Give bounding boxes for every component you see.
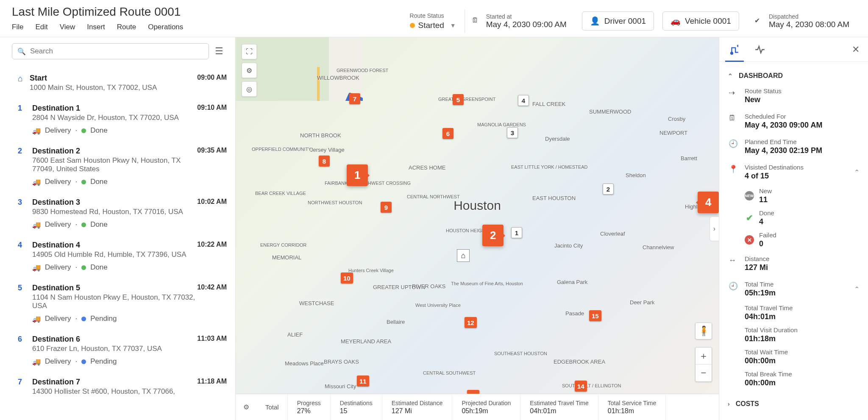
svg-point-13 xyxy=(731,52,733,54)
collapse-icon[interactable]: ⌃ xyxy=(854,168,860,176)
filter-icon[interactable]: ☰ xyxy=(215,46,223,57)
stop-address: 14300 Hollister St #600, Houston, TX 770… xyxy=(32,387,175,396)
status-dot-icon xyxy=(81,317,86,321)
locate-icon[interactable]: ◎ xyxy=(242,81,257,97)
fullscreen-icon[interactable]: ⛶ xyxy=(242,44,257,59)
map-label: Barrett xyxy=(681,155,697,161)
zoom-out-button[interactable]: − xyxy=(696,364,712,381)
expand-right-icon[interactable]: › xyxy=(709,217,719,241)
dashboard-distance: ↔ Distance127 Mi xyxy=(729,251,860,276)
tab-activity-icon[interactable] xyxy=(753,41,767,58)
topbar: Last Mile Optimized Route 0001 File Edit… xyxy=(0,0,868,37)
dashboard-item: ⇢ Route StatusNew xyxy=(729,83,860,108)
stop-status: 🚚 Delivery · Done xyxy=(32,126,227,135)
list-item[interactable]: 5 Destination 5 1104 N Sam Houston Pkwy … xyxy=(12,278,227,329)
route-status-label: Route Status xyxy=(410,12,456,19)
right-panel: ✕ ⌃ DASHBOARD ⇢ Route StatusNew🗓 Schedul… xyxy=(719,37,868,420)
menu-edit[interactable]: Edit xyxy=(35,23,47,31)
stop-time: 09:10 AM xyxy=(197,104,227,111)
pin-icon: 📍 xyxy=(729,164,739,174)
vehicle-button[interactable]: 🚗 Vehicle 0001 xyxy=(662,11,739,31)
stop-marker[interactable]: 8 xyxy=(319,156,330,167)
sub-item: Total Travel Time04h:01m xyxy=(745,302,860,324)
list-item[interactable]: 6 Destination 6 610 Frazer Ln, Houston, … xyxy=(12,329,227,372)
stop-time: 10:02 AM xyxy=(197,198,227,206)
settings-icon[interactable]: ⚙ xyxy=(236,394,257,420)
map-label: EAST HOUSTON xyxy=(532,195,576,201)
distance-icon: ↔ xyxy=(729,255,739,265)
dispatched-block: ✔ Dispatched May 4, 2030 08:00 AM xyxy=(748,9,856,33)
route-status-value: Started ▼ xyxy=(410,21,456,30)
home-icon: ⌂ xyxy=(18,74,23,83)
stop-address: 1104 N Sam Houston Pkwy E, Houston, TX 7… xyxy=(32,293,197,310)
main: 🔍 ☰ ⌂ Start 1000 Main St, Houston, TX 77… xyxy=(0,37,868,420)
driver-button[interactable]: 👤 Driver 0001 xyxy=(582,11,654,31)
stop-number: 3 xyxy=(18,198,25,207)
stop-number: 5 xyxy=(18,284,25,292)
dashboard-header[interactable]: ⌃ DASHBOARD xyxy=(728,69,860,83)
stop-marker[interactable]: 6 xyxy=(442,128,453,139)
stop-marker[interactable]: 10 xyxy=(341,273,353,284)
total-label: Total xyxy=(257,394,288,420)
stop-marker[interactable]: 9 xyxy=(381,202,392,213)
collapse-icon[interactable]: ⌃ xyxy=(854,285,860,293)
map-label: West University Place xyxy=(415,303,461,308)
list-item[interactable]: ⌂ Start 1000 Main St, Houston, TX 77002,… xyxy=(12,68,227,98)
metric-cell: Total Service Time01h:18m xyxy=(598,394,666,420)
route-status-block[interactable]: Route Status Started ▼ xyxy=(410,12,456,30)
map-label: SOUTH BELT / ELLINGTON xyxy=(562,383,621,388)
menu-view[interactable]: View xyxy=(60,23,75,31)
stop-marker[interactable]: 7 xyxy=(349,93,360,104)
stop-status: 🚚 Delivery · Pending xyxy=(32,314,227,323)
costs-header[interactable]: › COSTS xyxy=(728,397,860,411)
map-label: OPPERFIELD COMMUNITY xyxy=(252,147,312,152)
menu-operations[interactable]: Operations xyxy=(148,23,183,31)
stop-status: 🚚 Delivery · Done xyxy=(32,220,227,229)
gear-icon[interactable]: ⚙ xyxy=(242,63,257,78)
dashboard-visited[interactable]: 📍 Visisted Destinations4 of 15 ⌃ xyxy=(729,159,860,185)
menu-file[interactable]: File xyxy=(12,23,23,31)
vehicle-util-header[interactable]: › VEHICLE UTILIZATION xyxy=(728,418,860,420)
home-marker[interactable]: ⌂ xyxy=(457,249,470,262)
map-label: Channelview xyxy=(643,244,674,250)
list-item[interactable]: 2 Destination 2 7600 East Sam Houston Pk… xyxy=(12,141,227,192)
map-panel[interactable]: WILLOWBROOKGREENWOOD FORESTGREATER GREEN… xyxy=(236,37,719,420)
search-wrap[interactable]: 🔍 xyxy=(12,43,209,59)
list-item[interactable]: 7 Destination 7 14300 Hollister St #600,… xyxy=(12,372,227,402)
map-label: Cloverleaf xyxy=(600,231,625,237)
menu-route[interactable]: Route xyxy=(117,23,136,31)
stop-number: 6 xyxy=(18,335,25,344)
stop-marker[interactable]: 2 xyxy=(603,184,614,195)
map-label: GREENWOOD FOREST xyxy=(337,68,388,73)
stop-marker[interactable]: 14 xyxy=(575,381,587,392)
stop-marker[interactable]: 12 xyxy=(465,317,477,328)
chevron-up-icon: ⌃ xyxy=(728,72,733,79)
search-input[interactable] xyxy=(30,47,203,56)
stop-marker[interactable]: 1 xyxy=(511,227,522,238)
close-icon[interactable]: ✕ xyxy=(852,44,860,55)
pegman-icon[interactable]: 🧍 xyxy=(695,323,712,339)
stop-marker[interactable]: 15 xyxy=(589,310,601,321)
list-item[interactable]: 4 Destination 4 14905 Old Humble Rd, Hum… xyxy=(12,235,227,278)
tab-route-icon[interactable] xyxy=(728,41,741,58)
map-label: RIVER OAKS xyxy=(412,283,445,289)
right-panel-body[interactable]: ⌃ DASHBOARD ⇢ Route StatusNew🗓 Scheduled… xyxy=(719,62,868,420)
calendar-icon: 🗓 xyxy=(472,17,481,26)
chevron-right-icon: › xyxy=(728,401,730,407)
stop-list[interactable]: ⌂ Start 1000 Main St, Houston, TX 77002,… xyxy=(0,65,235,420)
x-icon: ✕ xyxy=(745,235,754,245)
stop-marker[interactable]: 4 xyxy=(518,95,529,106)
list-item[interactable]: 3 Destination 3 9830 Homestead Rd, Houst… xyxy=(12,192,227,235)
clock-icon: 🕘 xyxy=(729,281,739,291)
vehicle-util-section: › VEHICLE UTILIZATION xyxy=(728,418,860,420)
metric-cell: Estimated Distance127 Mi xyxy=(382,394,453,420)
callout-marker: 4 xyxy=(698,192,719,213)
dashboard-time[interactable]: 🕘 Total Time05h:19m ⌃ xyxy=(729,276,860,302)
zoom-in-button[interactable]: ＋ xyxy=(696,348,712,364)
list-item[interactable]: 1 Destination 1 2804 N Wayside Dr, Houst… xyxy=(12,98,227,141)
stop-marker[interactable]: 11 xyxy=(357,375,369,387)
menu-insert[interactable]: Insert xyxy=(87,23,105,31)
stop-marker[interactable]: 3 xyxy=(507,127,518,138)
stop-marker[interactable]: 5 xyxy=(453,94,464,105)
chevron-down-icon[interactable]: ▼ xyxy=(450,22,456,29)
